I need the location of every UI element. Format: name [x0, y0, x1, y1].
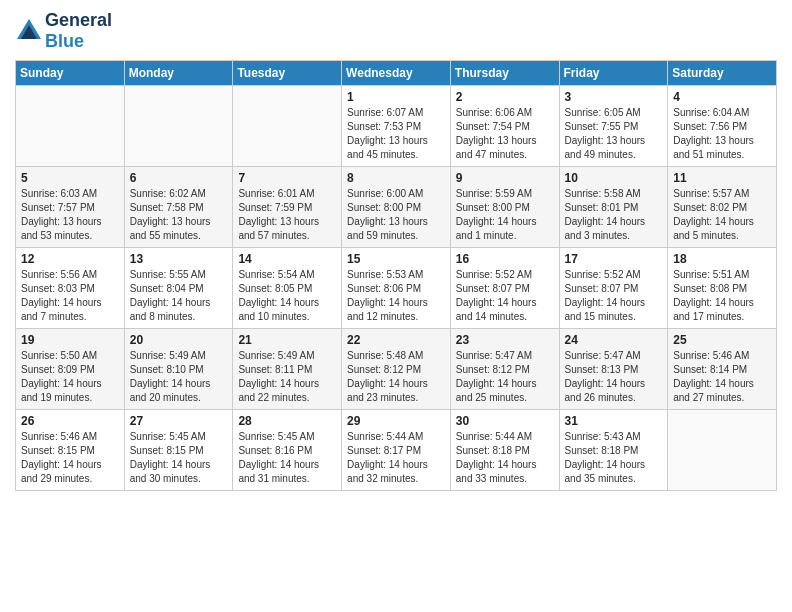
cell-info: Sunrise: 5:57 AMSunset: 8:02 PMDaylight:…: [673, 187, 771, 243]
day-number: 26: [21, 414, 119, 428]
calendar-cell: 22 Sunrise: 5:48 AMSunset: 8:12 PMDaylig…: [342, 329, 451, 410]
day-number: 22: [347, 333, 445, 347]
day-number: 8: [347, 171, 445, 185]
weekday-wednesday: Wednesday: [342, 61, 451, 86]
logo-text: General Blue: [45, 10, 112, 52]
day-number: 29: [347, 414, 445, 428]
cell-info: Sunrise: 5:47 AMSunset: 8:13 PMDaylight:…: [565, 349, 663, 405]
cell-info: Sunrise: 5:52 AMSunset: 8:07 PMDaylight:…: [565, 268, 663, 324]
day-number: 7: [238, 171, 336, 185]
day-number: 12: [21, 252, 119, 266]
week-row-2: 5 Sunrise: 6:03 AMSunset: 7:57 PMDayligh…: [16, 167, 777, 248]
cell-info: Sunrise: 5:44 AMSunset: 8:17 PMDaylight:…: [347, 430, 445, 486]
calendar-cell: 27 Sunrise: 5:45 AMSunset: 8:15 PMDaylig…: [124, 410, 233, 491]
day-number: 3: [565, 90, 663, 104]
weekday-sunday: Sunday: [16, 61, 125, 86]
cell-info: Sunrise: 5:53 AMSunset: 8:06 PMDaylight:…: [347, 268, 445, 324]
weekday-friday: Friday: [559, 61, 668, 86]
calendar-cell: 25 Sunrise: 5:46 AMSunset: 8:14 PMDaylig…: [668, 329, 777, 410]
day-number: 21: [238, 333, 336, 347]
calendar-cell: [668, 410, 777, 491]
cell-info: Sunrise: 5:47 AMSunset: 8:12 PMDaylight:…: [456, 349, 554, 405]
calendar-cell: 11 Sunrise: 5:57 AMSunset: 8:02 PMDaylig…: [668, 167, 777, 248]
cell-info: Sunrise: 5:44 AMSunset: 8:18 PMDaylight:…: [456, 430, 554, 486]
calendar-cell: 4 Sunrise: 6:04 AMSunset: 7:56 PMDayligh…: [668, 86, 777, 167]
calendar-cell: 24 Sunrise: 5:47 AMSunset: 8:13 PMDaylig…: [559, 329, 668, 410]
calendar-cell: 29 Sunrise: 5:44 AMSunset: 8:17 PMDaylig…: [342, 410, 451, 491]
cell-info: Sunrise: 6:06 AMSunset: 7:54 PMDaylight:…: [456, 106, 554, 162]
calendar-cell: 9 Sunrise: 5:59 AMSunset: 8:00 PMDayligh…: [450, 167, 559, 248]
calendar-cell: 13 Sunrise: 5:55 AMSunset: 8:04 PMDaylig…: [124, 248, 233, 329]
calendar-cell: 31 Sunrise: 5:43 AMSunset: 8:18 PMDaylig…: [559, 410, 668, 491]
day-number: 19: [21, 333, 119, 347]
calendar-cell: 15 Sunrise: 5:53 AMSunset: 8:06 PMDaylig…: [342, 248, 451, 329]
day-number: 14: [238, 252, 336, 266]
day-number: 20: [130, 333, 228, 347]
day-number: 6: [130, 171, 228, 185]
day-number: 13: [130, 252, 228, 266]
cell-info: Sunrise: 5:49 AMSunset: 8:10 PMDaylight:…: [130, 349, 228, 405]
cell-info: Sunrise: 5:49 AMSunset: 8:11 PMDaylight:…: [238, 349, 336, 405]
cell-info: Sunrise: 6:03 AMSunset: 7:57 PMDaylight:…: [21, 187, 119, 243]
logo: General Blue: [15, 10, 112, 52]
logo-icon: [15, 17, 43, 45]
weekday-saturday: Saturday: [668, 61, 777, 86]
cell-info: Sunrise: 5:59 AMSunset: 8:00 PMDaylight:…: [456, 187, 554, 243]
cell-info: Sunrise: 5:46 AMSunset: 8:14 PMDaylight:…: [673, 349, 771, 405]
day-number: 2: [456, 90, 554, 104]
week-row-3: 12 Sunrise: 5:56 AMSunset: 8:03 PMDaylig…: [16, 248, 777, 329]
cell-info: Sunrise: 5:45 AMSunset: 8:16 PMDaylight:…: [238, 430, 336, 486]
cell-info: Sunrise: 6:02 AMSunset: 7:58 PMDaylight:…: [130, 187, 228, 243]
cell-info: Sunrise: 5:50 AMSunset: 8:09 PMDaylight:…: [21, 349, 119, 405]
cell-info: Sunrise: 5:56 AMSunset: 8:03 PMDaylight:…: [21, 268, 119, 324]
calendar-cell: 3 Sunrise: 6:05 AMSunset: 7:55 PMDayligh…: [559, 86, 668, 167]
calendar-cell: [16, 86, 125, 167]
calendar-table: SundayMondayTuesdayWednesdayThursdayFrid…: [15, 60, 777, 491]
calendar-cell: 7 Sunrise: 6:01 AMSunset: 7:59 PMDayligh…: [233, 167, 342, 248]
calendar-cell: 30 Sunrise: 5:44 AMSunset: 8:18 PMDaylig…: [450, 410, 559, 491]
cell-info: Sunrise: 5:46 AMSunset: 8:15 PMDaylight:…: [21, 430, 119, 486]
day-number: 31: [565, 414, 663, 428]
calendar-cell: 5 Sunrise: 6:03 AMSunset: 7:57 PMDayligh…: [16, 167, 125, 248]
calendar-cell: 23 Sunrise: 5:47 AMSunset: 8:12 PMDaylig…: [450, 329, 559, 410]
day-number: 5: [21, 171, 119, 185]
day-number: 27: [130, 414, 228, 428]
day-number: 10: [565, 171, 663, 185]
day-number: 16: [456, 252, 554, 266]
cell-info: Sunrise: 5:55 AMSunset: 8:04 PMDaylight:…: [130, 268, 228, 324]
calendar-cell: 26 Sunrise: 5:46 AMSunset: 8:15 PMDaylig…: [16, 410, 125, 491]
cell-info: Sunrise: 6:00 AMSunset: 8:00 PMDaylight:…: [347, 187, 445, 243]
calendar-cell: 2 Sunrise: 6:06 AMSunset: 7:54 PMDayligh…: [450, 86, 559, 167]
cell-info: Sunrise: 6:07 AMSunset: 7:53 PMDaylight:…: [347, 106, 445, 162]
cell-info: Sunrise: 5:51 AMSunset: 8:08 PMDaylight:…: [673, 268, 771, 324]
calendar-cell: 8 Sunrise: 6:00 AMSunset: 8:00 PMDayligh…: [342, 167, 451, 248]
week-row-4: 19 Sunrise: 5:50 AMSunset: 8:09 PMDaylig…: [16, 329, 777, 410]
day-number: 11: [673, 171, 771, 185]
weekday-tuesday: Tuesday: [233, 61, 342, 86]
cell-info: Sunrise: 6:04 AMSunset: 7:56 PMDaylight:…: [673, 106, 771, 162]
page-header: General Blue: [15, 10, 777, 52]
cell-info: Sunrise: 6:01 AMSunset: 7:59 PMDaylight:…: [238, 187, 336, 243]
cell-info: Sunrise: 5:52 AMSunset: 8:07 PMDaylight:…: [456, 268, 554, 324]
calendar-cell: 19 Sunrise: 5:50 AMSunset: 8:09 PMDaylig…: [16, 329, 125, 410]
cell-info: Sunrise: 6:05 AMSunset: 7:55 PMDaylight:…: [565, 106, 663, 162]
day-number: 15: [347, 252, 445, 266]
day-number: 18: [673, 252, 771, 266]
calendar-cell: 28 Sunrise: 5:45 AMSunset: 8:16 PMDaylig…: [233, 410, 342, 491]
calendar-cell: 20 Sunrise: 5:49 AMSunset: 8:10 PMDaylig…: [124, 329, 233, 410]
day-number: 4: [673, 90, 771, 104]
week-row-1: 1 Sunrise: 6:07 AMSunset: 7:53 PMDayligh…: [16, 86, 777, 167]
calendar-cell: [124, 86, 233, 167]
weekday-monday: Monday: [124, 61, 233, 86]
week-row-5: 26 Sunrise: 5:46 AMSunset: 8:15 PMDaylig…: [16, 410, 777, 491]
day-number: 30: [456, 414, 554, 428]
cell-info: Sunrise: 5:48 AMSunset: 8:12 PMDaylight:…: [347, 349, 445, 405]
calendar-cell: 14 Sunrise: 5:54 AMSunset: 8:05 PMDaylig…: [233, 248, 342, 329]
cell-info: Sunrise: 5:54 AMSunset: 8:05 PMDaylight:…: [238, 268, 336, 324]
weekday-thursday: Thursday: [450, 61, 559, 86]
day-number: 9: [456, 171, 554, 185]
calendar-cell: 21 Sunrise: 5:49 AMSunset: 8:11 PMDaylig…: [233, 329, 342, 410]
day-number: 1: [347, 90, 445, 104]
day-number: 28: [238, 414, 336, 428]
calendar-cell: [233, 86, 342, 167]
